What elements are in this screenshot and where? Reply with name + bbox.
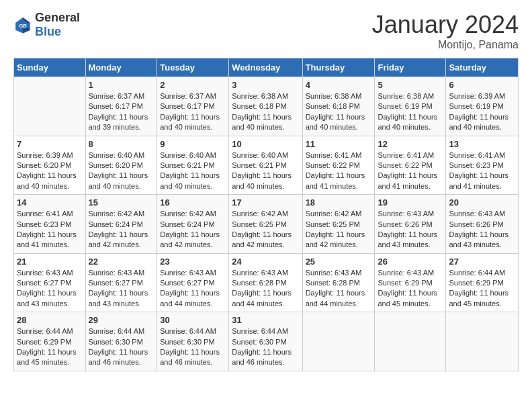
day-info: Sunrise: 6:44 AMSunset: 6:30 PMDaylight:…	[89, 326, 154, 368]
day-number: 5	[378, 80, 443, 90]
day-cell: 26Sunrise: 6:43 AMSunset: 6:29 PMDayligh…	[375, 253, 446, 312]
day-info: Sunrise: 6:43 AMSunset: 6:27 PMDaylight:…	[17, 268, 83, 310]
day-cell: 19Sunrise: 6:43 AMSunset: 6:26 PMDayligh…	[375, 195, 446, 254]
day-info: Sunrise: 6:43 AMSunset: 6:28 PMDaylight:…	[232, 268, 299, 310]
day-info: Sunrise: 6:44 AMSunset: 6:30 PMDaylight:…	[232, 326, 299, 368]
day-info: Sunrise: 6:38 AMSunset: 6:19 PMDaylight:…	[378, 91, 443, 133]
week-row-5: 28Sunrise: 6:44 AMSunset: 6:29 PMDayligh…	[14, 312, 519, 371]
day-number: 10	[232, 139, 299, 149]
day-info: Sunrise: 6:41 AMSunset: 6:22 PMDaylight:…	[306, 150, 372, 192]
day-info: Sunrise: 6:39 AMSunset: 6:19 PMDaylight:…	[449, 91, 515, 133]
day-number: 13	[449, 139, 515, 149]
day-info: Sunrise: 6:40 AMSunset: 6:20 PMDaylight:…	[89, 150, 154, 192]
day-cell: 30Sunrise: 6:44 AMSunset: 6:30 PMDayligh…	[157, 312, 229, 371]
day-info: Sunrise: 6:42 AMSunset: 6:25 PMDaylight:…	[232, 209, 299, 250]
day-cell: 25Sunrise: 6:43 AMSunset: 6:28 PMDayligh…	[302, 253, 375, 312]
day-info: Sunrise: 6:41 AMSunset: 6:23 PMDaylight:…	[449, 150, 515, 192]
week-row-2: 7Sunrise: 6:39 AMSunset: 6:20 PMDaylight…	[14, 136, 519, 195]
day-info: Sunrise: 6:43 AMSunset: 6:26 PMDaylight:…	[378, 209, 443, 250]
day-cell: 29Sunrise: 6:44 AMSunset: 6:30 PMDayligh…	[85, 312, 157, 371]
day-number: 29	[89, 315, 154, 325]
day-info: Sunrise: 6:44 AMSunset: 6:30 PMDaylight:…	[160, 326, 226, 368]
day-info: Sunrise: 6:43 AMSunset: 6:26 PMDaylight:…	[449, 209, 515, 250]
day-cell: 16Sunrise: 6:42 AMSunset: 6:24 PMDayligh…	[157, 195, 229, 254]
svg-text:GB: GB	[19, 23, 27, 29]
week-row-1: 1Sunrise: 6:37 AMSunset: 6:17 PMDaylight…	[14, 77, 519, 136]
day-info: Sunrise: 6:39 AMSunset: 6:20 PMDaylight:…	[17, 150, 83, 192]
day-cell: 21Sunrise: 6:43 AMSunset: 6:27 PMDayligh…	[14, 253, 86, 312]
day-info: Sunrise: 6:40 AMSunset: 6:21 PMDaylight:…	[232, 150, 299, 192]
day-cell: 24Sunrise: 6:43 AMSunset: 6:28 PMDayligh…	[229, 253, 302, 312]
day-number: 21	[17, 257, 83, 267]
day-number: 16	[160, 197, 226, 208]
page-title: January 2024	[372, 11, 519, 39]
day-number: 23	[160, 257, 226, 267]
header-row: SundayMondayTuesdayWednesdayThursdayFrid…	[14, 58, 519, 77]
day-info: Sunrise: 6:41 AMSunset: 6:22 PMDaylight:…	[378, 150, 443, 192]
day-cell: 2Sunrise: 6:37 AMSunset: 6:17 PMDaylight…	[157, 77, 229, 136]
day-number: 14	[17, 197, 83, 208]
day-cell: 28Sunrise: 6:44 AMSunset: 6:29 PMDayligh…	[14, 312, 86, 371]
day-number: 18	[306, 197, 372, 208]
day-cell: 6Sunrise: 6:39 AMSunset: 6:19 PMDaylight…	[446, 77, 519, 136]
day-cell: 18Sunrise: 6:42 AMSunset: 6:25 PMDayligh…	[302, 195, 375, 254]
day-cell: 1Sunrise: 6:37 AMSunset: 6:17 PMDaylight…	[85, 77, 157, 136]
day-number: 1	[89, 80, 154, 90]
day-cell: 15Sunrise: 6:42 AMSunset: 6:24 PMDayligh…	[85, 195, 157, 254]
day-info: Sunrise: 6:44 AMSunset: 6:29 PMDaylight:…	[17, 326, 83, 368]
day-info: Sunrise: 6:42 AMSunset: 6:24 PMDaylight:…	[89, 209, 154, 250]
day-cell: 11Sunrise: 6:41 AMSunset: 6:22 PMDayligh…	[302, 136, 375, 195]
day-cell: 12Sunrise: 6:41 AMSunset: 6:22 PMDayligh…	[375, 136, 446, 195]
day-number: 22	[89, 257, 154, 267]
day-info: Sunrise: 6:38 AMSunset: 6:18 PMDaylight:…	[232, 91, 299, 133]
day-number: 15	[89, 197, 154, 208]
day-cell: 14Sunrise: 6:41 AMSunset: 6:23 PMDayligh…	[14, 195, 86, 254]
day-number: 30	[160, 315, 226, 325]
day-info: Sunrise: 6:37 AMSunset: 6:17 PMDaylight:…	[89, 91, 154, 133]
day-number: 2	[160, 80, 226, 90]
day-info: Sunrise: 6:38 AMSunset: 6:18 PMDaylight:…	[306, 91, 372, 133]
day-number: 17	[232, 197, 299, 208]
day-cell: 8Sunrise: 6:40 AMSunset: 6:20 PMDaylight…	[85, 136, 157, 195]
day-number: 9	[160, 139, 226, 149]
calendar-header: SundayMondayTuesdayWednesdayThursdayFrid…	[14, 58, 519, 77]
day-cell: 27Sunrise: 6:44 AMSunset: 6:29 PMDayligh…	[446, 253, 519, 312]
week-row-3: 14Sunrise: 6:41 AMSunset: 6:23 PMDayligh…	[14, 195, 519, 254]
page-header: GB General Blue January 2024 Montijo, Pa…	[13, 11, 519, 51]
calendar-body: 1Sunrise: 6:37 AMSunset: 6:17 PMDaylight…	[14, 77, 519, 371]
day-cell: 20Sunrise: 6:43 AMSunset: 6:26 PMDayligh…	[446, 195, 519, 254]
logo-blue: Blue	[35, 25, 61, 38]
day-cell: 23Sunrise: 6:43 AMSunset: 6:27 PMDayligh…	[157, 253, 229, 312]
day-number: 20	[449, 197, 515, 208]
day-cell: 10Sunrise: 6:40 AMSunset: 6:21 PMDayligh…	[229, 136, 302, 195]
column-header-sunday: Sunday	[14, 58, 86, 77]
day-number: 4	[306, 80, 372, 90]
day-number: 26	[378, 257, 443, 267]
logo-general: General	[35, 11, 80, 24]
column-header-thursday: Thursday	[302, 58, 375, 77]
day-number: 7	[17, 139, 83, 149]
column-header-friday: Friday	[375, 58, 446, 77]
column-header-tuesday: Tuesday	[157, 58, 229, 77]
day-number: 3	[232, 80, 299, 90]
day-info: Sunrise: 6:43 AMSunset: 6:29 PMDaylight:…	[378, 268, 443, 310]
calendar-table: SundayMondayTuesdayWednesdayThursdayFrid…	[13, 58, 519, 371]
day-cell: 31Sunrise: 6:44 AMSunset: 6:30 PMDayligh…	[229, 312, 302, 371]
column-header-monday: Monday	[85, 58, 157, 77]
day-info: Sunrise: 6:37 AMSunset: 6:17 PMDaylight:…	[160, 91, 226, 133]
day-number: 12	[378, 139, 443, 149]
logo-icon: GB	[13, 15, 32, 34]
day-info: Sunrise: 6:43 AMSunset: 6:28 PMDaylight:…	[306, 268, 372, 310]
logo-text: General Blue	[35, 11, 80, 39]
day-info: Sunrise: 6:41 AMSunset: 6:23 PMDaylight:…	[17, 209, 83, 250]
day-cell	[14, 77, 86, 136]
day-number: 19	[378, 197, 443, 208]
day-cell: 22Sunrise: 6:43 AMSunset: 6:27 PMDayligh…	[85, 253, 157, 312]
day-cell: 13Sunrise: 6:41 AMSunset: 6:23 PMDayligh…	[446, 136, 519, 195]
day-info: Sunrise: 6:40 AMSunset: 6:21 PMDaylight:…	[160, 150, 226, 192]
day-number: 8	[89, 139, 154, 149]
day-cell: 9Sunrise: 6:40 AMSunset: 6:21 PMDaylight…	[157, 136, 229, 195]
day-cell	[446, 312, 519, 371]
day-cell: 5Sunrise: 6:38 AMSunset: 6:19 PMDaylight…	[375, 77, 446, 136]
page-subtitle: Montijo, Panama	[372, 39, 519, 51]
